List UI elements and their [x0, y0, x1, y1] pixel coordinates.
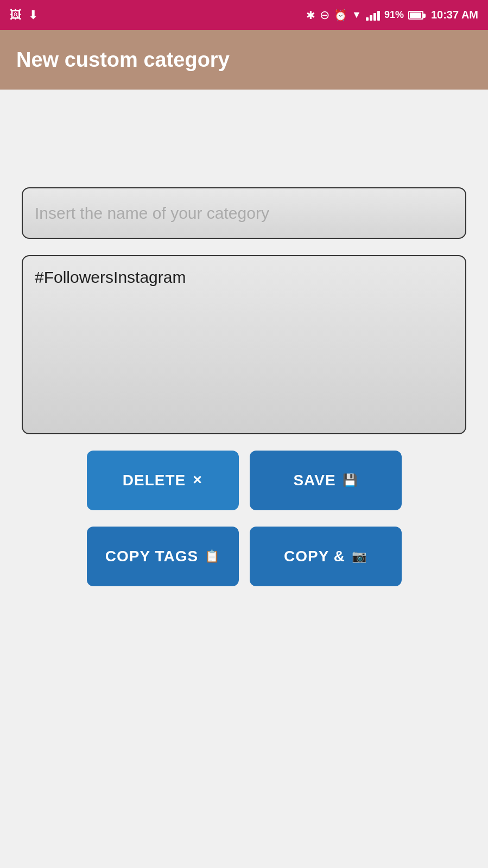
main-content: #FollowersInstagram DELETE ✕ SAVE 💾 COPY… [0, 90, 488, 608]
battery-icon [408, 11, 423, 20]
time-display: 10:37 AM [431, 9, 478, 21]
wifi-icon: ▼ [352, 9, 362, 21]
signal-bars [366, 10, 380, 21]
copy-tags-button[interactable]: COPY TAGS 📋 [87, 527, 239, 586]
copy-tags-label: COPY TAGS [105, 548, 198, 565]
save-button[interactable]: SAVE 💾 [250, 451, 402, 510]
delete-icon: ✕ [192, 473, 202, 487]
copy-instagram-button[interactable]: COPY & 📷 [250, 527, 402, 586]
battery-percentage: 91% [384, 9, 404, 21]
status-bar: 🖼 ⬇ ✱ ⊖ ⏰ ▼ 91% 10:37 AM [0, 0, 488, 30]
do-not-disturb-icon: ⊖ [320, 8, 329, 22]
status-bar-left: 🖼 ⬇ [10, 8, 38, 22]
save-label: SAVE [293, 472, 335, 489]
delete-button[interactable]: DELETE ✕ [87, 451, 239, 510]
delete-label: DELETE [123, 472, 186, 489]
copy-tags-icon: 📋 [205, 549, 220, 563]
signal-bar-2 [370, 15, 372, 21]
alarm-icon: ⏰ [334, 9, 347, 22]
action-buttons-row-1: DELETE ✕ SAVE 💾 [22, 451, 466, 510]
copy-instagram-label: COPY & [284, 548, 345, 565]
action-buttons-row-2: COPY TAGS 📋 COPY & 📷 [22, 527, 466, 586]
save-icon: 💾 [343, 473, 358, 487]
image-icon: 🖼 [10, 8, 22, 22]
category-name-input[interactable] [22, 187, 466, 239]
hashtag-textarea[interactable]: #FollowersInstagram [22, 255, 466, 434]
status-bar-right: ✱ ⊖ ⏰ ▼ 91% 10:37 AM [306, 8, 478, 22]
download-icon: ⬇ [28, 8, 38, 22]
page-header: New custom category [0, 30, 488, 90]
page-title: New custom category [16, 48, 230, 72]
signal-bar-4 [377, 11, 380, 21]
bluetooth-icon: ✱ [306, 9, 315, 22]
signal-bar-1 [366, 17, 369, 21]
signal-bar-3 [373, 13, 376, 21]
copy-instagram-icon: 📷 [352, 549, 367, 563]
